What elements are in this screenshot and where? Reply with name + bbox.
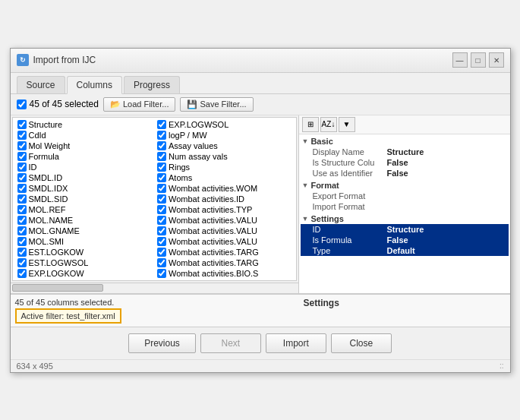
- column-checkbox[interactable]: [17, 226, 27, 235]
- list-item[interactable]: Wombat activities.VALU: [154, 236, 295, 247]
- columns-selected-text: 45 of 45 columns selected.: [15, 298, 295, 307]
- select-all-checkbox[interactable]: [17, 99, 27, 109]
- list-item[interactable]: EXP.LOGKOW: [14, 268, 155, 279]
- filter-button[interactable]: ▼: [339, 117, 355, 132]
- list-item[interactable]: MOL.NAME: [14, 215, 155, 226]
- table-row[interactable]: IDStructure: [301, 224, 509, 235]
- next-button[interactable]: Next: [200, 333, 261, 353]
- column-checkbox[interactable]: [157, 194, 166, 204]
- table-row[interactable]: Export Format: [301, 191, 509, 201]
- list-item[interactable]: Assay values: [154, 141, 295, 151]
- list-item[interactable]: Wombat activities.TYP: [154, 204, 295, 215]
- column-checkbox[interactable]: [17, 173, 27, 182]
- prop-value: False: [387, 158, 408, 167]
- list-item[interactable]: Structure: [14, 119, 155, 130]
- tree-section-header[interactable]: ▼Format: [301, 180, 509, 191]
- column-checkbox[interactable]: [17, 152, 27, 161]
- column-checkbox[interactable]: [157, 152, 166, 161]
- tab-progress[interactable]: Progress: [124, 76, 180, 93]
- list-item[interactable]: MOL.GNAME: [14, 226, 155, 236]
- grid-view-button[interactable]: ⊞: [302, 117, 319, 132]
- close-window-button[interactable]: ✕: [489, 52, 504, 68]
- section-title: Format: [310, 181, 339, 190]
- table-row[interactable]: Is FormulaFalse: [301, 235, 509, 245]
- list-item[interactable]: Wombat activities.VALU: [154, 226, 295, 236]
- minimize-button[interactable]: —: [452, 52, 468, 68]
- column-checkbox[interactable]: [157, 269, 166, 278]
- column-checkbox[interactable]: [17, 248, 27, 257]
- prop-name: Use as Identifier: [313, 169, 381, 178]
- list-item[interactable]: ID: [14, 162, 155, 172]
- columns-list[interactable]: StructureEXP.LOGWSOLCdIdlogP / MWMol Wei…: [12, 117, 297, 281]
- column-checkbox[interactable]: [157, 173, 166, 182]
- tab-columns[interactable]: Columns: [67, 76, 122, 94]
- maximize-button[interactable]: □: [471, 52, 486, 68]
- column-checkbox[interactable]: [157, 226, 166, 235]
- column-checkbox[interactable]: [17, 184, 27, 193]
- column-checkbox[interactable]: [157, 258, 166, 267]
- column-checkbox[interactable]: [17, 194, 27, 204]
- list-item[interactable]: EST.LOGKOW: [14, 247, 155, 257]
- column-checkbox[interactable]: [157, 131, 166, 140]
- close-button[interactable]: Close: [331, 333, 392, 353]
- table-row[interactable]: Use as IdentifierFalse: [301, 168, 509, 178]
- table-row[interactable]: TypeDefault: [301, 245, 509, 256]
- horizontal-scrollbar[interactable]: [11, 283, 298, 293]
- column-checkbox[interactable]: [17, 120, 27, 129]
- list-item[interactable]: SMDL.ID: [14, 172, 155, 183]
- chevron-down-icon: ▼: [302, 215, 309, 223]
- list-item[interactable]: MOL.SMI: [14, 236, 155, 247]
- list-item[interactable]: Wombat activities.VALU: [154, 215, 295, 226]
- column-checkbox[interactable]: [17, 131, 27, 140]
- list-item[interactable]: Wombat activities.TARG: [154, 247, 295, 257]
- column-label: logP / MW: [169, 131, 207, 140]
- tree-section-header[interactable]: ▼Basic: [301, 136, 509, 147]
- column-checkbox[interactable]: [17, 163, 27, 172]
- list-item[interactable]: SMDL.IDX: [14, 183, 155, 194]
- status-line: 634 x 495 ::: [11, 359, 510, 372]
- column-checkbox[interactable]: [157, 237, 166, 246]
- list-item[interactable]: SMDL.SID: [14, 194, 155, 204]
- load-filter-button[interactable]: 📂 Load Filter...: [103, 97, 176, 112]
- list-item[interactable]: logP / MW: [154, 130, 295, 141]
- column-checkbox[interactable]: [157, 205, 166, 214]
- save-filter-button[interactable]: 💾 Save Filter...: [180, 97, 253, 112]
- select-all-label[interactable]: 45 of 45 selected: [17, 99, 99, 109]
- import-button[interactable]: Import: [266, 333, 326, 353]
- column-checkbox[interactable]: [157, 184, 166, 193]
- table-row[interactable]: Import Format: [301, 201, 509, 212]
- column-label: SMDL.IDX: [29, 184, 68, 193]
- column-checkbox[interactable]: [17, 258, 27, 267]
- column-checkbox[interactable]: [17, 216, 27, 225]
- column-checkbox[interactable]: [157, 141, 166, 150]
- column-checkbox[interactable]: [157, 248, 166, 257]
- sort-az-button[interactable]: AZ↓: [320, 117, 337, 132]
- list-item[interactable]: EST.LOGWSOL: [14, 257, 155, 268]
- previous-button[interactable]: Previous: [128, 333, 196, 353]
- list-item[interactable]: Num assay vals: [154, 151, 295, 162]
- column-checkbox[interactable]: [17, 269, 27, 278]
- list-item[interactable]: Mol Weight: [14, 141, 155, 151]
- list-item[interactable]: Wombat activities.BIO.S: [154, 268, 295, 279]
- list-item[interactable]: Rings: [154, 162, 295, 172]
- table-row[interactable]: Is Structure ColuFalse: [301, 157, 509, 168]
- list-item[interactable]: EXP.LOGWSOL: [154, 119, 295, 130]
- column-checkbox[interactable]: [157, 163, 166, 172]
- tab-source[interactable]: Source: [17, 76, 65, 93]
- scroll-thumb[interactable]: [12, 284, 103, 292]
- column-checkbox[interactable]: [17, 237, 27, 246]
- column-checkbox[interactable]: [17, 205, 27, 214]
- list-item[interactable]: Wombat activities.TARG: [154, 257, 295, 268]
- list-item[interactable]: Wombat activities.ID: [154, 194, 295, 204]
- table-row[interactable]: Display NameStructure: [301, 147, 509, 157]
- list-item[interactable]: Wombat activities.WOM: [154, 183, 295, 194]
- list-item[interactable]: Atoms: [154, 172, 295, 183]
- column-checkbox[interactable]: [17, 141, 27, 150]
- chevron-down-icon: ▼: [302, 137, 309, 145]
- column-checkbox[interactable]: [157, 120, 166, 129]
- list-item[interactable]: Formula: [14, 151, 155, 162]
- list-item[interactable]: MOL.REF: [14, 204, 155, 215]
- column-checkbox[interactable]: [157, 216, 166, 225]
- tree-section-header[interactable]: ▼Settings: [301, 213, 509, 224]
- list-item[interactable]: CdId: [14, 130, 155, 141]
